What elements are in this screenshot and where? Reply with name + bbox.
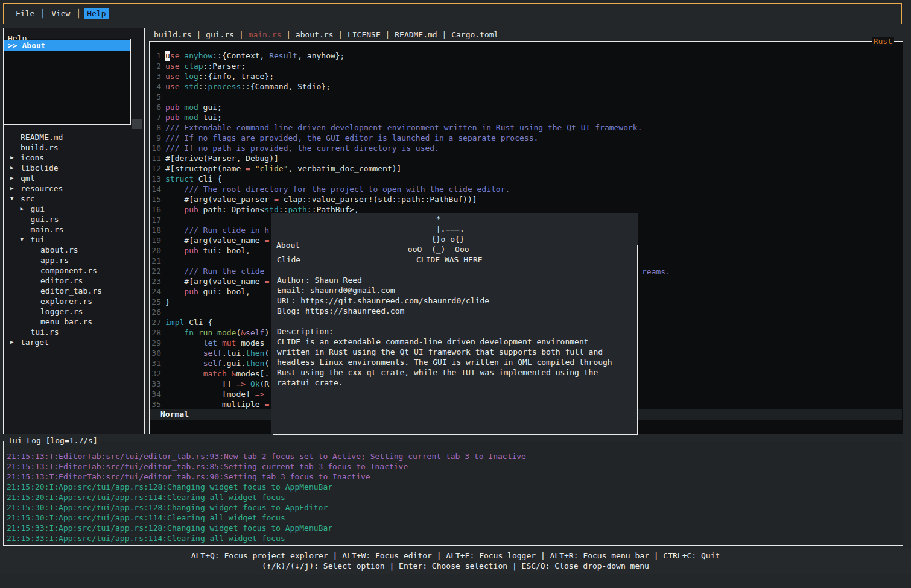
code-token: [227, 368, 232, 379]
code-line[interactable]: 5: [151, 92, 901, 102]
code-token: &: [232, 368, 236, 379]
code-line[interactable]: 4use std::process::{Command, Stdio};: [151, 81, 901, 92]
code-line[interactable]: 13struct Cli {: [151, 174, 901, 184]
tab-build.rs[interactable]: build.rs: [154, 29, 192, 41]
ascii-art-line: {}o o{}: [403, 234, 465, 244]
file-tree-label: component.rs: [40, 265, 97, 276]
file-tree-label: gui.rs: [31, 214, 59, 224]
code-line[interactable]: 12#[structopt(name = "clide", verbatim_d…: [151, 163, 901, 174]
file-tree-item-tui[interactable]: ▼tui: [4, 235, 143, 245]
code-line[interactable]: 2use clap::Parser;: [151, 61, 901, 71]
menu-item-view[interactable]: View: [48, 8, 73, 19]
line-number: 2: [151, 61, 161, 71]
log-entry-trace: 21:15:13:T:EditorTab:src/tui/editor_tab.…: [7, 451, 900, 461]
chevron-collapsed-icon: ▶: [21, 204, 31, 214]
code-overflow-text: reams.: [642, 267, 670, 277]
line-number: 32: [151, 368, 161, 379]
tab-main.rs[interactable]: main.rs: [249, 29, 282, 41]
code-line[interactable]: 3use log::{info, trace};: [151, 71, 901, 81]
tree-indent-spacer: [30, 296, 40, 306]
file-tree-label: libclide: [21, 163, 59, 173]
file-tree-item-target[interactable]: ▶target: [4, 337, 143, 347]
line-number: 28: [151, 327, 161, 338]
file-tree-item-README.md[interactable]: README.md: [4, 132, 143, 142]
code-line[interactable]: 15 #[arg(value_parser = clap::value_pars…: [151, 194, 901, 204]
tree-indent-spacer: [10, 132, 21, 142]
code-line[interactable]: 9/// If no flags are provided, the GUI e…: [151, 133, 901, 143]
tab-gui.rs[interactable]: gui.rs: [206, 29, 234, 41]
file-tree-item-logger.rs[interactable]: logger.rs: [4, 306, 143, 317]
file-tree-item-build.rs[interactable]: build.rs: [4, 142, 143, 153]
about-dialog-row: Rust using the cxx-qt crate, while the T…: [277, 367, 635, 378]
text-cursor: u: [165, 51, 170, 61]
code-token: std: [184, 81, 198, 92]
about-dialog-box: Clide Author: Shaun ReedEmail: shaunrd0@…: [273, 245, 638, 435]
tab-LICENSE[interactable]: LICENSE: [348, 29, 381, 41]
line-number: 25: [151, 297, 161, 307]
file-tree-item-src[interactable]: ▼src: [4, 194, 143, 204]
file-tree-item-main.rs[interactable]: main.rs: [4, 224, 143, 235]
menu-item-file[interactable]: File: [13, 8, 37, 19]
code-token: anyhow: [184, 51, 212, 61]
code-line[interactable]: 6pub mod gui;: [151, 102, 901, 112]
file-tree-label: logger.rs: [40, 306, 83, 317]
file-tree-item-app.rs[interactable]: app.rs: [4, 255, 143, 265]
tab-Cargo.toml[interactable]: Cargo.toml: [451, 29, 498, 41]
line-number: 23: [151, 276, 161, 286]
code-line[interactable]: 1use anyhow::{Context, Result, anyhow};: [151, 51, 901, 61]
code-line[interactable]: 10/// If no path is provided, the curren…: [151, 143, 901, 153]
file-tree-item-gui.rs[interactable]: gui.rs: [4, 214, 143, 224]
file-tree-label: about.rs: [40, 245, 78, 255]
file-tree-item-gui[interactable]: ▶gui: [4, 204, 143, 214]
file-tree-label: resources: [21, 183, 63, 194]
ascii-art-line: *: [403, 213, 441, 224]
line-number: 4: [151, 81, 161, 92]
file-tree-item-icons[interactable]: ▶icons: [4, 153, 143, 163]
code-token: Ok: [250, 379, 260, 389]
tree-indent-spacer: [21, 224, 31, 235]
code-token: [179, 112, 184, 122]
code-token: tui: bool,: [198, 245, 250, 256]
file-tree-item-editor.rs[interactable]: editor.rs: [4, 276, 143, 286]
file-tree-item-editor_tab.rs[interactable]: editor_tab.rs: [4, 286, 143, 296]
line-number: 26: [151, 307, 161, 317]
code-token: (: [236, 327, 241, 338]
file-tree-item-tui.rs[interactable]: tui.rs: [4, 327, 143, 337]
code-token: [179, 71, 184, 81]
file-tree-item-menu_bar.rs[interactable]: menu_bar.rs: [4, 317, 143, 327]
tui-log-panel[interactable]: Tui Log [log=1.7/s] 21:15:13:T:EditorTab…: [3, 441, 903, 546]
tab-separator: |: [234, 29, 248, 41]
code-token: modes[.: [236, 368, 269, 379]
about-dialog-row: URL: https://git.shaunreed.com/shaunrd0/…: [277, 296, 635, 306]
file-tree-item-resources[interactable]: ▶resources: [4, 183, 143, 194]
code-token: , anyhow};: [297, 51, 344, 61]
tab-README.md[interactable]: README.md: [395, 29, 437, 41]
file-tree-item-libclide[interactable]: ▶libclide: [4, 163, 143, 173]
keybinding-help-line-1: ALT+Q: Focus project explorer | ALT+W: F…: [0, 551, 911, 561]
code-line[interactable]: 14 /// The root directory for the projec…: [151, 184, 901, 194]
code-line[interactable]: 11#[derive(Parser, Debug)]: [151, 153, 901, 163]
clide-tui-app: { "colors": { "accent_blue": "#2e9af0", …: [0, 0, 911, 588]
line-number: 21: [151, 256, 161, 266]
help-menu-option-about[interactable]: >> About: [4, 40, 130, 51]
code-token: [165, 225, 184, 235]
file-tree-item-about.rs[interactable]: about.rs: [4, 245, 143, 255]
file-tree-item-qml[interactable]: ▶qml: [4, 173, 143, 183]
about-dialog-row: written in Rust using the Qt UI framewor…: [277, 347, 635, 357]
chevron-collapsed-icon: ▶: [10, 337, 21, 347]
file-tree-item-component.rs[interactable]: component.rs: [4, 265, 143, 276]
code-token: Cli {: [184, 317, 212, 327]
file-tree-label: menu_bar.rs: [40, 317, 92, 327]
code-token: #[derive(Parser, Debug)]: [165, 153, 279, 163]
code-token: pub: [165, 112, 179, 122]
code-line[interactable]: 8/// Extendable command-line driven deve…: [151, 122, 901, 133]
line-number: 6: [151, 102, 161, 112]
tab-about.rs[interactable]: about.rs: [296, 29, 334, 41]
explorer-scrollbar-thumb[interactable]: [132, 119, 142, 129]
code-token: impl: [165, 317, 184, 327]
editor-language-label: Rust: [872, 37, 894, 46]
code-line[interactable]: 7pub mod tui;: [151, 112, 901, 122]
menu-item-help[interactable]: Help: [84, 8, 109, 19]
file-tree-item-explorer.rs[interactable]: explorer.rs: [4, 296, 143, 306]
line-number: 15: [151, 194, 161, 204]
